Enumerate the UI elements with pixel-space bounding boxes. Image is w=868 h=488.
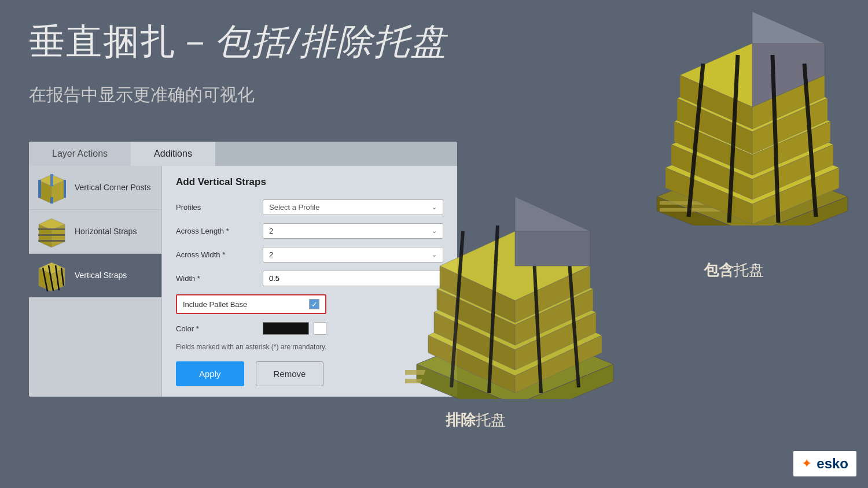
form-title: Add Vertical Straps	[176, 176, 443, 188]
across-width-value: 2	[269, 250, 273, 259]
svg-rect-10	[38, 228, 65, 230]
thumbnail-horizontal-straps	[36, 216, 68, 247]
across-width-row: Across Width * 2 ⌄	[176, 247, 443, 263]
item-label-horizontal-straps: Horizontal Straps	[75, 226, 137, 236]
svg-rect-5	[50, 174, 53, 186]
esko-badge: ✦ esko	[793, 451, 856, 476]
profiles-value: Select a Profile	[269, 203, 319, 212]
apply-button[interactable]: Apply	[176, 361, 244, 386]
title-part1: 垂直捆扎－	[29, 21, 214, 61]
label-include-pallet: 包含托盘	[704, 260, 764, 280]
profiles-row: Profiles Select a Profile ⌄	[176, 199, 443, 215]
color-label: Color *	[176, 324, 263, 333]
tab-bar: Layer Actions Additions	[29, 142, 457, 166]
across-width-label: Across Width *	[176, 250, 263, 259]
subtitle: 在报告中显示更准确的可视化	[29, 83, 447, 107]
item-label-corner-posts: Vertical Corner Posts	[75, 182, 151, 193]
sidebar-item-vertical-corner-posts[interactable]: Vertical Corner Posts	[29, 166, 161, 210]
include-pallet-base-label: Include Pallet Base	[183, 300, 274, 309]
main-panel: Layer Actions Additions	[29, 142, 457, 397]
page-title: 垂直捆扎－包括/排除托盘	[29, 17, 447, 66]
profiles-label: Profiles	[176, 203, 263, 212]
thumbnail-vertical-straps	[36, 260, 68, 291]
sidebar-list: Vertical Corner Posts Horizontal Straps	[29, 166, 162, 397]
thumbnail-corner-posts	[36, 172, 68, 204]
title-area: 垂直捆扎－包括/排除托盘 在报告中显示更准确的可视化	[29, 17, 447, 107]
pallet-right-top-visualization	[648, 12, 856, 225]
sidebar-item-horizontal-straps[interactable]: Horizontal Straps	[29, 210, 161, 254]
mandatory-note: Fields marked with an asterisk (*) are m…	[176, 343, 443, 351]
tab-layer-actions[interactable]: Layer Actions	[29, 142, 131, 166]
svg-rect-6	[50, 197, 53, 204]
svg-rect-24	[405, 379, 422, 383]
across-length-row: Across Length * 2 ⌄	[176, 223, 443, 239]
include-pallet-base-checkbox[interactable]: ✓	[309, 299, 319, 309]
color-picker-button[interactable]	[314, 322, 326, 335]
across-length-label: Across Length *	[176, 227, 263, 235]
item-label-vertical-straps: Vertical Straps	[75, 270, 127, 280]
button-row: Apply Remove	[176, 361, 443, 386]
svg-rect-23	[405, 370, 425, 375]
pallet-left-visualization	[405, 156, 625, 399]
label-include-bold: 包含	[704, 261, 734, 279]
label-include-suffix: 托盘	[734, 261, 764, 279]
svg-rect-4	[64, 180, 66, 198]
across-length-value: 2	[269, 227, 273, 235]
color-swatch[interactable]	[263, 322, 309, 335]
include-pallet-base-row: Include Pallet Base ✓	[176, 294, 326, 314]
title-part2: 包括/排除托盘	[214, 21, 447, 61]
tab-additions[interactable]: Additions	[131, 142, 215, 166]
width-label: Width *	[176, 274, 263, 283]
svg-rect-3	[38, 180, 41, 198]
sidebar-item-vertical-straps[interactable]: Vertical Straps	[29, 254, 161, 298]
width-row: Width *	[176, 271, 443, 286]
panel-body: Vertical Corner Posts Horizontal Straps	[29, 166, 457, 397]
svg-rect-11	[38, 234, 65, 236]
svg-rect-12	[38, 240, 65, 242]
remove-button[interactable]: Remove	[256, 361, 324, 386]
svg-marker-42	[515, 231, 590, 266]
label-exclude-pallet: 排除托盘	[446, 410, 506, 430]
esko-logo-text: esko	[816, 456, 848, 472]
color-row: Color *	[176, 322, 443, 335]
esko-star-icon: ✦	[801, 456, 812, 471]
label-exclude-suffix: 托盘	[476, 411, 506, 428]
label-exclude-bold: 排除	[446, 411, 476, 428]
